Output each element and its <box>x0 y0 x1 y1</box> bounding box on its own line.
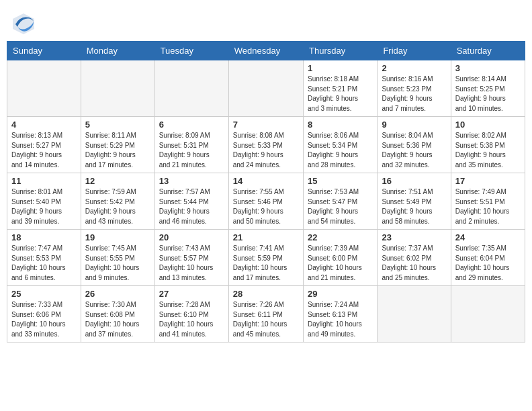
calendar-week-4: 18Sunrise: 7:47 AM Sunset: 5:53 PM Dayli… <box>7 230 525 286</box>
weekday-header-saturday: Saturday <box>451 42 525 60</box>
calendar-cell <box>451 286 525 342</box>
calendar-cell: 19Sunrise: 7:45 AM Sunset: 5:55 PM Dayli… <box>81 230 154 286</box>
day-info: Sunrise: 7:24 AM Sunset: 6:13 PM Dayligh… <box>308 300 373 339</box>
calendar-cell: 12Sunrise: 7:59 AM Sunset: 5:42 PM Dayli… <box>81 173 154 230</box>
calendar-cell: 27Sunrise: 7:28 AM Sunset: 6:10 PM Dayli… <box>154 286 228 342</box>
day-number: 2 <box>382 63 446 73</box>
day-number: 3 <box>455 63 521 73</box>
calendar-cell: 20Sunrise: 7:43 AM Sunset: 5:57 PM Dayli… <box>154 230 228 286</box>
day-number: 15 <box>308 176 373 186</box>
calendar-wrapper: SundayMondayTuesdayWednesdayThursdayFrid… <box>0 41 532 346</box>
day-number: 24 <box>455 232 521 242</box>
calendar-cell: 29Sunrise: 7:24 AM Sunset: 6:13 PM Dayli… <box>304 286 378 342</box>
weekday-header-sunday: Sunday <box>7 42 81 60</box>
day-info: Sunrise: 7:33 AM Sunset: 6:06 PM Dayligh… <box>11 300 77 339</box>
day-info: Sunrise: 7:59 AM Sunset: 5:42 PM Dayligh… <box>85 187 150 226</box>
calendar-cell: 6Sunrise: 8:09 AM Sunset: 5:31 PM Daylig… <box>154 117 228 173</box>
day-number: 11 <box>11 176 77 186</box>
calendar-cell: 4Sunrise: 8:13 AM Sunset: 5:27 PM Daylig… <box>7 117 81 173</box>
day-info: Sunrise: 7:49 AM Sunset: 5:51 PM Dayligh… <box>455 187 521 226</box>
calendar-cell <box>228 60 303 117</box>
calendar-cell: 14Sunrise: 7:55 AM Sunset: 5:46 PM Dayli… <box>228 173 303 230</box>
logo <box>12 12 39 36</box>
weekday-header-monday: Monday <box>81 42 154 60</box>
day-number: 19 <box>85 232 150 242</box>
day-number: 21 <box>233 232 299 242</box>
day-number: 20 <box>159 232 224 242</box>
calendar-cell: 2Sunrise: 8:16 AM Sunset: 5:23 PM Daylig… <box>378 60 451 117</box>
day-number: 17 <box>455 176 521 186</box>
calendar-week-2: 4Sunrise: 8:13 AM Sunset: 5:27 PM Daylig… <box>7 117 525 173</box>
day-info: Sunrise: 8:13 AM Sunset: 5:27 PM Dayligh… <box>11 131 77 170</box>
day-info: Sunrise: 7:57 AM Sunset: 5:44 PM Dayligh… <box>159 187 224 226</box>
day-number: 4 <box>11 120 77 130</box>
day-number: 28 <box>233 289 299 299</box>
day-info: Sunrise: 8:06 AM Sunset: 5:34 PM Dayligh… <box>308 131 373 170</box>
day-info: Sunrise: 8:01 AM Sunset: 5:40 PM Dayligh… <box>11 187 77 226</box>
day-info: Sunrise: 7:55 AM Sunset: 5:46 PM Dayligh… <box>233 187 299 226</box>
day-number: 10 <box>455 120 521 130</box>
day-number: 27 <box>159 289 224 299</box>
day-number: 23 <box>382 232 446 242</box>
day-info: Sunrise: 7:28 AM Sunset: 6:10 PM Dayligh… <box>159 300 224 339</box>
calendar-cell <box>81 60 154 117</box>
calendar-cell: 28Sunrise: 7:26 AM Sunset: 6:11 PM Dayli… <box>228 286 303 342</box>
weekday-header-tuesday: Tuesday <box>154 42 228 60</box>
day-number: 13 <box>159 176 224 186</box>
calendar-cell: 1Sunrise: 8:18 AM Sunset: 5:21 PM Daylig… <box>304 60 378 117</box>
day-number: 9 <box>382 120 446 130</box>
calendar-cell: 23Sunrise: 7:37 AM Sunset: 6:02 PM Dayli… <box>378 230 451 286</box>
day-info: Sunrise: 8:11 AM Sunset: 5:29 PM Dayligh… <box>85 131 150 170</box>
day-info: Sunrise: 7:37 AM Sunset: 6:02 PM Dayligh… <box>382 244 446 283</box>
day-number: 25 <box>11 289 77 299</box>
day-info: Sunrise: 8:09 AM Sunset: 5:31 PM Dayligh… <box>159 131 224 170</box>
day-number: 14 <box>233 176 299 186</box>
weekday-header-wednesday: Wednesday <box>228 42 303 60</box>
calendar-cell: 26Sunrise: 7:30 AM Sunset: 6:08 PM Dayli… <box>81 286 154 342</box>
day-info: Sunrise: 7:41 AM Sunset: 5:59 PM Dayligh… <box>233 244 299 283</box>
calendar: SundayMondayTuesdayWednesdayThursdayFrid… <box>7 41 525 342</box>
day-number: 29 <box>308 289 373 299</box>
calendar-cell: 8Sunrise: 8:06 AM Sunset: 5:34 PM Daylig… <box>304 117 378 173</box>
calendar-cell: 13Sunrise: 7:57 AM Sunset: 5:44 PM Dayli… <box>154 173 228 230</box>
calendar-cell: 9Sunrise: 8:04 AM Sunset: 5:36 PM Daylig… <box>378 117 451 173</box>
calendar-cell: 17Sunrise: 7:49 AM Sunset: 5:51 PM Dayli… <box>451 173 525 230</box>
day-info: Sunrise: 7:43 AM Sunset: 5:57 PM Dayligh… <box>159 244 224 283</box>
calendar-week-1: 1Sunrise: 8:18 AM Sunset: 5:21 PM Daylig… <box>7 60 525 117</box>
day-info: Sunrise: 8:04 AM Sunset: 5:36 PM Dayligh… <box>382 131 446 170</box>
weekday-header-friday: Friday <box>378 42 451 60</box>
calendar-cell: 25Sunrise: 7:33 AM Sunset: 6:06 PM Dayli… <box>7 286 81 342</box>
calendar-cell: 18Sunrise: 7:47 AM Sunset: 5:53 PM Dayli… <box>7 230 81 286</box>
day-number: 1 <box>308 63 373 73</box>
weekday-header-thursday: Thursday <box>304 42 378 60</box>
calendar-cell: 24Sunrise: 7:35 AM Sunset: 6:04 PM Dayli… <box>451 230 525 286</box>
calendar-cell: 7Sunrise: 8:08 AM Sunset: 5:33 PM Daylig… <box>228 117 303 173</box>
day-info: Sunrise: 8:08 AM Sunset: 5:33 PM Dayligh… <box>233 131 299 170</box>
day-info: Sunrise: 7:30 AM Sunset: 6:08 PM Dayligh… <box>85 300 150 339</box>
logo-icon <box>12 12 36 36</box>
day-number: 18 <box>11 232 77 242</box>
day-info: Sunrise: 7:39 AM Sunset: 6:00 PM Dayligh… <box>308 244 373 283</box>
calendar-cell: 22Sunrise: 7:39 AM Sunset: 6:00 PM Dayli… <box>304 230 378 286</box>
day-number: 5 <box>85 120 150 130</box>
calendar-cell: 16Sunrise: 7:51 AM Sunset: 5:49 PM Dayli… <box>378 173 451 230</box>
day-info: Sunrise: 7:45 AM Sunset: 5:55 PM Dayligh… <box>85 244 150 283</box>
calendar-cell: 5Sunrise: 8:11 AM Sunset: 5:29 PM Daylig… <box>81 117 154 173</box>
day-info: Sunrise: 8:18 AM Sunset: 5:21 PM Dayligh… <box>308 75 373 113</box>
day-number: 22 <box>308 232 373 242</box>
calendar-week-5: 25Sunrise: 7:33 AM Sunset: 6:06 PM Dayli… <box>7 286 525 342</box>
calendar-cell: 21Sunrise: 7:41 AM Sunset: 5:59 PM Dayli… <box>228 230 303 286</box>
day-number: 8 <box>308 120 373 130</box>
header <box>0 0 532 41</box>
weekday-header-row: SundayMondayTuesdayWednesdayThursdayFrid… <box>7 42 525 60</box>
day-info: Sunrise: 8:02 AM Sunset: 5:38 PM Dayligh… <box>455 131 521 170</box>
day-number: 6 <box>159 120 224 130</box>
day-info: Sunrise: 7:53 AM Sunset: 5:47 PM Dayligh… <box>308 187 373 226</box>
day-number: 12 <box>85 176 150 186</box>
calendar-cell: 10Sunrise: 8:02 AM Sunset: 5:38 PM Dayli… <box>451 117 525 173</box>
calendar-cell <box>154 60 228 117</box>
calendar-week-3: 11Sunrise: 8:01 AM Sunset: 5:40 PM Dayli… <box>7 173 525 230</box>
calendar-cell <box>378 286 451 342</box>
day-number: 26 <box>85 289 150 299</box>
day-number: 7 <box>233 120 299 130</box>
